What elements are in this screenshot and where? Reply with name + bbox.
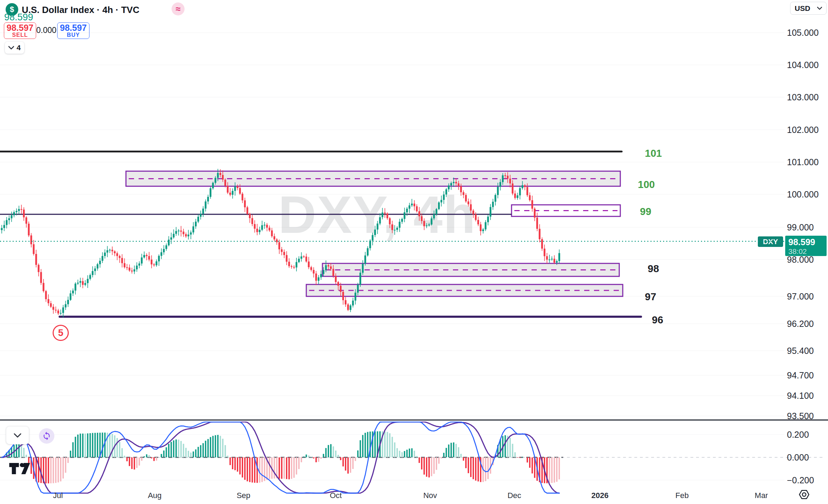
tradingview-logo[interactable] xyxy=(8,462,31,476)
chevron-down-icon xyxy=(14,433,21,438)
tradingview-chart-window: DXY, 4h $ U.S. Dollar Index · 4h · TVC ≈… xyxy=(0,0,828,504)
tradingview-logo-icon xyxy=(8,462,31,475)
sync-icon xyxy=(42,431,51,441)
macd-indicator-canvas[interactable] xyxy=(0,0,828,504)
indicator-refresh-button[interactable] xyxy=(39,428,54,444)
scale-settings-icon[interactable] xyxy=(797,488,811,502)
indicator-collapse-button[interactable] xyxy=(6,426,29,444)
